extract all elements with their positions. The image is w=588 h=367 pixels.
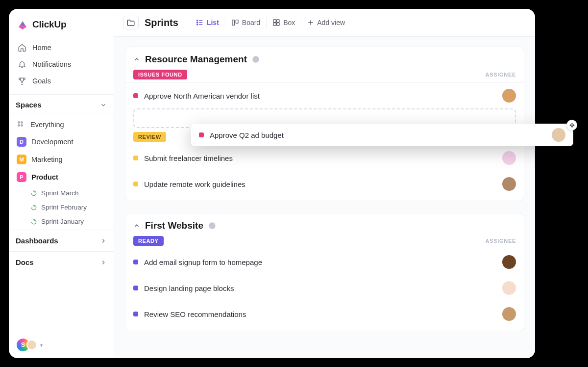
list-header[interactable]: First Website: [125, 213, 524, 236]
drag-shadow: [536, 148, 579, 170]
sprint-label: Sprint March: [41, 189, 79, 197]
dragging-task-card[interactable]: Approve Q2 ad budget ✥: [191, 124, 573, 146]
task-row[interactable]: Update remote work guidelines: [125, 171, 524, 197]
chevron-up-icon: [133, 222, 140, 229]
plus-icon: [307, 19, 314, 26]
task-row[interactable]: Design landing page blocks: [125, 275, 524, 301]
view-tab-label: Board: [242, 19, 260, 26]
assignee-header: ASSIGNEE: [486, 72, 516, 78]
svg-point-3: [21, 125, 23, 126]
chevron-right-icon: [100, 259, 107, 266]
nav-label: Goals: [32, 77, 51, 85]
space-badge: M: [17, 155, 26, 164]
assignee-header: ASSIGNEE: [486, 238, 516, 244]
status-dot: [199, 132, 204, 137]
space-badge: D: [17, 137, 26, 147]
space-development[interactable]: D Development: [13, 133, 110, 151]
view-tab-list[interactable]: List: [190, 17, 225, 28]
brand-name: ClickUp: [32, 19, 66, 30]
task-title: Design landing page blocks: [144, 284, 234, 292]
chevron-right-icon: [100, 237, 107, 244]
space-marketing[interactable]: M Marketing: [13, 151, 110, 168]
space-product[interactable]: P Product: [13, 168, 110, 186]
info-icon[interactable]: [252, 55, 260, 63]
task-title: Approve North American vendor list: [144, 92, 260, 100]
page-title: Sprints: [145, 17, 178, 28]
caret-down-icon: ▾: [40, 342, 43, 348]
trophy-icon: [18, 77, 26, 85]
assignee-avatar[interactable]: [502, 89, 516, 103]
view-tab-label: List: [207, 19, 219, 26]
task-title: Submit freelancer timelines: [144, 154, 233, 162]
status-pill[interactable]: READY: [133, 236, 164, 246]
space-badge: P: [17, 172, 26, 182]
sprint-item[interactable]: Sprint March: [27, 186, 110, 200]
sprint-list: Sprint March Sprint February Sprint Janu…: [13, 186, 110, 229]
nav-goals[interactable]: Goals: [13, 73, 110, 89]
status-dot: [133, 286, 138, 290]
svg-point-0: [18, 122, 20, 123]
primary-nav: Home Notifications Goals: [9, 38, 114, 90]
sidebar: ClickUp Home Notifications Goals Spaces: [9, 9, 114, 358]
chevron-up-icon: [133, 56, 140, 63]
status-pill[interactable]: REVIEW: [133, 132, 166, 142]
nav-dashboards[interactable]: Dashboards: [9, 230, 114, 251]
svg-rect-13: [277, 20, 279, 22]
space-label: Product: [31, 173, 58, 181]
svg-point-19: [209, 222, 215, 229]
sprint-icon: [30, 190, 37, 197]
view-tab-board[interactable]: Board: [225, 17, 266, 28]
svg-point-1: [21, 122, 23, 123]
bottom-label: Docs: [16, 258, 34, 266]
task-title: Add email signup form to homepage: [144, 258, 262, 266]
add-view-button[interactable]: Add view: [301, 17, 351, 28]
assignee-avatar[interactable]: [502, 281, 516, 295]
task-title: Approve Q2 ad budget: [210, 131, 284, 139]
task-row[interactable]: Approve North American vendor list: [125, 82, 524, 108]
task-row[interactable]: Submit freelancer timelines: [125, 145, 524, 171]
nav-docs[interactable]: Docs: [9, 251, 114, 273]
view-tab-box[interactable]: Box: [266, 17, 301, 28]
assignee-avatar[interactable]: [552, 128, 565, 142]
status-pill[interactable]: ISSUES FOUND: [133, 70, 187, 79]
assignee-avatar[interactable]: [502, 307, 516, 321]
task-title: Review SEO recommendations: [144, 310, 246, 318]
assignee-avatar[interactable]: [502, 255, 516, 269]
list-header[interactable]: Resource Management: [125, 47, 524, 70]
sprint-icon: [30, 204, 37, 211]
assignee-avatar[interactable]: [502, 151, 516, 165]
sprint-item[interactable]: Sprint February: [27, 200, 110, 214]
app-window: ClickUp Home Notifications Goals Spaces: [9, 9, 535, 358]
folder-icon[interactable]: [123, 16, 139, 29]
topbar: Sprints List Board Box Add view: [114, 9, 535, 37]
main: Sprints List Board Box Add view: [114, 9, 535, 358]
user-menu[interactable]: S ▾: [9, 332, 114, 358]
assignee-avatar[interactable]: [502, 177, 516, 191]
spaces-title: Spaces: [16, 101, 42, 109]
add-view-label: Add view: [317, 19, 345, 26]
task-row[interactable]: Review SEO recommendations: [125, 301, 524, 327]
task-row[interactable]: Add email signup form to homepage: [125, 249, 524, 275]
svg-rect-14: [273, 23, 276, 26]
sprint-icon: [30, 218, 37, 225]
everything-label: Everything: [30, 121, 64, 129]
svg-point-4: [197, 20, 198, 21]
home-icon: [18, 43, 26, 52]
status-dot: [133, 312, 138, 316]
status-dot: [133, 260, 138, 264]
board-icon: [231, 19, 239, 26]
content: Resource Management ISSUES FOUND ASSIGNE…: [114, 37, 535, 358]
svg-rect-15: [277, 23, 279, 26]
space-list: Everything D Development M Marketing P P…: [9, 113, 114, 230]
spaces-header[interactable]: Spaces: [9, 94, 114, 113]
everything-row[interactable]: Everything: [13, 116, 110, 133]
brand-logo[interactable]: ClickUp: [9, 16, 114, 38]
nav-label: Notifications: [32, 60, 71, 68]
nav-notifications[interactable]: Notifications: [13, 56, 110, 73]
svg-point-6: [197, 22, 198, 23]
info-icon[interactable]: [208, 222, 216, 230]
list-icon: [196, 19, 204, 26]
nav-home[interactable]: Home: [13, 39, 110, 56]
sprint-item[interactable]: Sprint January: [27, 214, 110, 229]
svg-rect-12: [273, 20, 276, 22]
